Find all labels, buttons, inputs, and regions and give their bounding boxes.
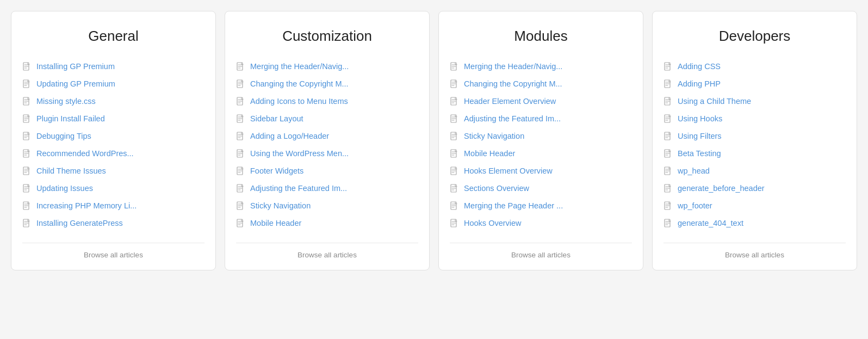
document-icon [450,149,458,158]
article-link[interactable]: Merging the Page Header ... [464,201,563,210]
article-link[interactable]: Sections Overview [464,184,529,193]
article-link[interactable]: Installing GeneratePress [36,219,123,227]
article-link[interactable]: Using a Child Theme [678,97,751,106]
list-item: Sticky Navigation [236,197,418,214]
article-link[interactable]: Adding a Logo/Header [250,132,329,140]
document-icon [664,61,672,71]
document-icon [450,114,458,124]
document-icon [450,201,458,211]
browse-all-customization[interactable]: Browse all articles [236,243,418,259]
browse-all-modules[interactable]: Browse all articles [450,243,632,259]
article-link[interactable]: Child Theme Issues [36,167,106,175]
article-link[interactable]: Merging the Header/Navig... [464,62,562,71]
article-link[interactable]: Increasing PHP Memory Li... [36,201,137,210]
article-link[interactable]: Recommended WordPres... [36,149,134,158]
list-item: Beta Testing [664,145,846,162]
list-item: Using Filters [664,127,846,145]
article-link[interactable]: Changing the Copyright M... [250,79,349,88]
column-title-modules: Modules [450,28,632,45]
article-link[interactable]: Missing style.css [36,97,96,106]
list-item: Adding a Logo/Header [236,127,418,145]
article-link[interactable]: wp_footer [678,201,712,210]
document-icon [22,166,31,176]
column-card-modules: Modules Merging the Header/Navig... Chan… [438,11,643,270]
article-link[interactable]: Adding Icons to Menu Items [250,97,348,106]
list-item: Updating GP Premium [22,75,204,93]
article-link[interactable]: Adding CSS [678,62,721,71]
document-icon [22,183,31,193]
list-item: Mobile Header [236,214,418,232]
article-link[interactable]: wp_head [678,167,710,175]
article-link[interactable]: Adding PHP [678,79,721,88]
list-item: generate_404_text [664,214,846,232]
knowledge-base-columns: General Installing GP Premium Updating G… [11,11,857,270]
document-icon [22,114,31,124]
document-icon [22,61,31,71]
list-item: Mobile Header [450,145,632,162]
article-link[interactable]: Sticky Navigation [250,201,311,210]
document-icon [450,131,458,141]
list-item: Using the WordPress Men... [236,145,418,162]
column-title-customization: Customization [236,28,418,45]
article-link[interactable]: Sticky Navigation [464,132,524,140]
list-item: Hooks Overview [450,214,632,232]
article-link[interactable]: Mobile Header [250,219,301,227]
list-item: Hooks Element Overview [450,162,632,180]
article-link[interactable]: Beta Testing [678,149,721,158]
article-link[interactable]: Hooks Element Overview [464,167,553,175]
list-item: wp_head [664,162,846,180]
document-icon [22,96,31,106]
document-icon [236,218,245,228]
article-link[interactable]: Header Element Overview [464,97,556,106]
article-link[interactable]: Footer Widgets [250,167,303,175]
list-item: Merging the Header/Navig... [450,58,632,75]
list-item: Adding CSS [664,58,846,75]
article-link[interactable]: Adjusting the Featured Im... [464,114,561,123]
article-link[interactable]: Using Filters [678,132,722,140]
browse-all-general[interactable]: Browse all articles [22,243,204,259]
article-link[interactable]: Updating GP Premium [36,79,115,88]
article-link[interactable]: Changing the Copyright M... [464,79,562,88]
document-icon [236,201,245,211]
document-icon [22,218,31,228]
document-icon [664,96,672,106]
article-link[interactable]: Installing GP Premium [36,62,115,71]
document-icon [236,79,245,89]
article-list-customization: Merging the Header/Navig... Changing the… [236,58,418,232]
list-item: Merging the Header/Navig... [236,58,418,75]
list-item: Footer Widgets [236,162,418,180]
document-icon [236,149,245,158]
list-item: Using a Child Theme [664,93,846,110]
article-list-modules: Merging the Header/Navig... Changing the… [450,58,632,232]
browse-all-developers[interactable]: Browse all articles [664,243,846,259]
list-item: Changing the Copyright M... [450,75,632,93]
article-link[interactable]: Mobile Header [464,149,515,158]
article-link[interactable]: generate_404_text [678,219,743,227]
list-item: Header Element Overview [450,93,632,110]
article-link[interactable]: Debugging Tips [36,132,91,140]
list-item: generate_before_header [664,180,846,197]
list-item: Installing GeneratePress [22,214,204,232]
column-title-developers: Developers [664,28,846,45]
list-item: Sticky Navigation [450,127,632,145]
document-icon [664,131,672,141]
document-icon [22,131,31,141]
document-icon [22,201,31,211]
document-icon [664,201,672,211]
document-icon [450,166,458,176]
list-item: wp_footer [664,197,846,214]
article-link[interactable]: Hooks Overview [464,219,522,227]
article-link[interactable]: generate_before_header [678,184,765,193]
article-link[interactable]: Updating Issues [36,184,93,193]
article-link[interactable]: Adjusting the Featured Im... [250,184,347,193]
document-icon [450,218,458,228]
list-item: Adjusting the Featured Im... [450,110,632,127]
column-card-customization: Customization Merging the Header/Navig..… [225,11,430,270]
list-item: Child Theme Issues [22,162,204,180]
article-link[interactable]: Sidebar Layout [250,114,303,123]
article-link[interactable]: Using Hooks [678,114,722,123]
article-link[interactable]: Plugin Install Failed [36,114,105,123]
article-link[interactable]: Using the WordPress Men... [250,149,349,158]
article-link[interactable]: Merging the Header/Navig... [250,62,349,71]
list-item: Sidebar Layout [236,110,418,127]
